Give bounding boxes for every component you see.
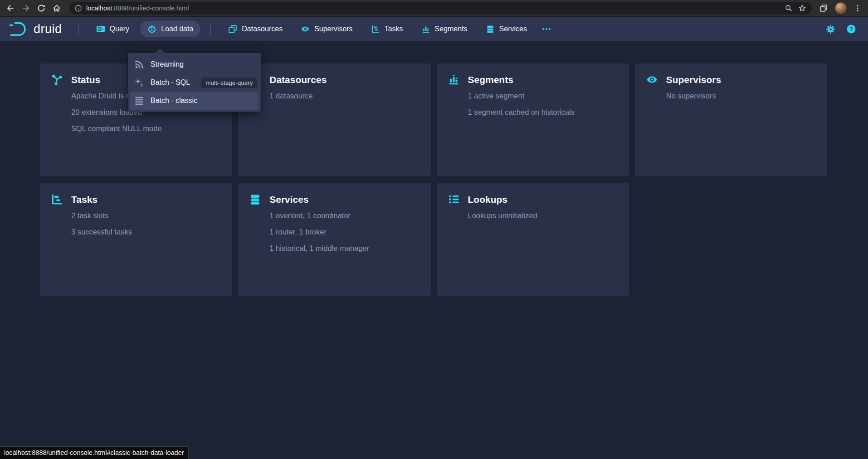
nav-services-button[interactable]: Services <box>478 21 534 37</box>
home-icon <box>52 4 61 13</box>
console-icon <box>96 24 105 34</box>
popover-caret <box>156 49 165 53</box>
menu-item-label: Streaming <box>151 60 184 68</box>
nav-supervisors-label: Supervisors <box>314 25 352 33</box>
druid-logo[interactable]: druid <box>8 20 62 38</box>
card-title: Supervisors <box>666 74 721 85</box>
browser-reload-button[interactable] <box>34 1 48 15</box>
forward-arrow-icon <box>21 4 30 13</box>
bar-chart-icon <box>421 24 430 34</box>
card-line: SQL compliant NULL mode <box>71 124 221 133</box>
card-line: 2 task slots <box>71 211 221 220</box>
gear-icon <box>826 24 835 34</box>
druid-logo-icon <box>8 20 29 38</box>
help-button[interactable]: ? <box>843 21 860 37</box>
settings-button[interactable] <box>822 21 839 37</box>
card-title: Services <box>269 194 308 205</box>
card-line: Lookups uninitialized <box>468 211 618 220</box>
reload-icon <box>37 4 46 13</box>
nav-divider <box>210 23 211 35</box>
segments-card[interactable]: Segments 1 active segment 1 segment cach… <box>437 63 629 176</box>
nav-query-label: Query <box>110 25 130 33</box>
datasources-card[interactable]: Datasources 1 datasource <box>238 63 430 176</box>
gantt-icon <box>51 193 63 205</box>
site-info-icon[interactable] <box>74 5 82 12</box>
ellipsis-icon <box>541 24 551 34</box>
nav-services-label: Services <box>499 25 527 33</box>
browser-forward-button[interactable] <box>19 1 33 15</box>
nav-supervisors-button[interactable]: Supervisors <box>293 21 360 37</box>
tasks-card[interactable]: Tasks 2 task slots 3 successful tasks <box>40 183 232 296</box>
bookmark-star-icon[interactable] <box>798 4 806 12</box>
menu-item-batch-classic[interactable]: Batch - classic <box>130 92 258 110</box>
lookups-card[interactable]: Lookups Lookups uninitialized <box>437 183 629 296</box>
browser-menu-icon[interactable] <box>853 4 862 12</box>
nav-more-button[interactable] <box>538 21 555 37</box>
layers-icon <box>228 24 237 34</box>
nav-query-button[interactable]: Query <box>89 21 137 37</box>
profile-avatar[interactable] <box>835 2 847 14</box>
url-host: localhost <box>86 5 112 12</box>
card-title: Segments <box>468 74 513 85</box>
browser-toolbar: localhost:8888/unified-console.html <box>0 0 868 17</box>
card-title: Tasks <box>71 194 98 205</box>
upload-icon <box>147 24 156 34</box>
nav-divider <box>78 23 79 35</box>
card-line: 1 historical, 1 middle manager <box>269 244 419 253</box>
card-line: 1 segment cached on historicals <box>468 108 618 117</box>
card-line: 1 overlord, 1 coordinator <box>269 211 419 220</box>
card-line: 1 datasource <box>269 92 419 100</box>
card-line: No supervisors <box>666 92 816 100</box>
eye-icon <box>646 73 658 86</box>
sparkles-icon <box>134 78 144 88</box>
feed-icon <box>134 59 144 69</box>
eye-icon <box>301 24 310 34</box>
supervisors-card[interactable]: Supervisors No supervisors <box>635 63 827 176</box>
bar-chart-icon <box>448 73 460 86</box>
back-arrow-icon <box>6 4 15 13</box>
menu-item-batch-sql[interactable]: Batch - SQL multi-stage-query <box>130 73 258 92</box>
multi-stage-query-tag: multi-stage-query <box>201 78 257 88</box>
properties-list-icon <box>448 193 460 205</box>
nav-tasks-label: Tasks <box>385 25 403 33</box>
gantt-icon <box>371 24 380 34</box>
services-card[interactable]: Services 1 overlord, 1 coordinator 1 rou… <box>238 183 430 296</box>
nav-load-data-button[interactable]: Load data <box>140 21 200 37</box>
menu-item-streaming[interactable]: Streaming <box>130 55 258 73</box>
nav-segments-button[interactable]: Segments <box>414 21 475 37</box>
card-line: 3 successful tasks <box>71 228 221 236</box>
card-line: 1 active segment <box>468 92 618 100</box>
address-bar[interactable]: localhost:8888/unified-console.html <box>69 2 812 15</box>
nav-datasources-label: Datasources <box>242 25 283 33</box>
nav-segments-label: Segments <box>435 25 468 33</box>
link-status-tooltip: localhost:8888/unified-console.html#clas… <box>0 446 189 459</box>
zoom-icon[interactable] <box>785 4 793 12</box>
list-icon <box>134 96 144 106</box>
browser-back-button[interactable] <box>4 1 17 15</box>
browser-home-button[interactable] <box>50 1 63 15</box>
tab-windows-icon[interactable] <box>819 4 828 13</box>
nav-datasources-button[interactable]: Datasources <box>221 21 290 37</box>
database-icon <box>486 24 495 34</box>
brand-name: druid <box>34 22 62 36</box>
url-text: localhost:8888/unified-console.html <box>86 5 189 12</box>
nav-load-data-label: Load data <box>161 25 193 33</box>
card-title: Datasources <box>269 74 327 85</box>
help-icon: ? <box>846 24 856 34</box>
menu-item-label: Batch - classic <box>151 97 197 105</box>
load-data-menu: Streaming Batch - SQL multi-stage-query … <box>128 53 261 112</box>
browser-actions <box>817 2 863 14</box>
card-title: Status <box>71 74 100 85</box>
status-graph-icon <box>51 73 63 86</box>
druid-navbar: druid Query Load data Datasources Superv… <box>0 17 868 41</box>
menu-item-label: Batch - SQL <box>151 78 190 87</box>
card-line: 1 router, 1 broker <box>269 228 419 236</box>
card-title: Lookups <box>468 194 508 205</box>
svg-text:?: ? <box>849 26 853 33</box>
database-icon <box>249 193 261 205</box>
nav-tasks-button[interactable]: Tasks <box>364 21 410 37</box>
url-path: :8888/unified-console.html <box>112 5 189 12</box>
